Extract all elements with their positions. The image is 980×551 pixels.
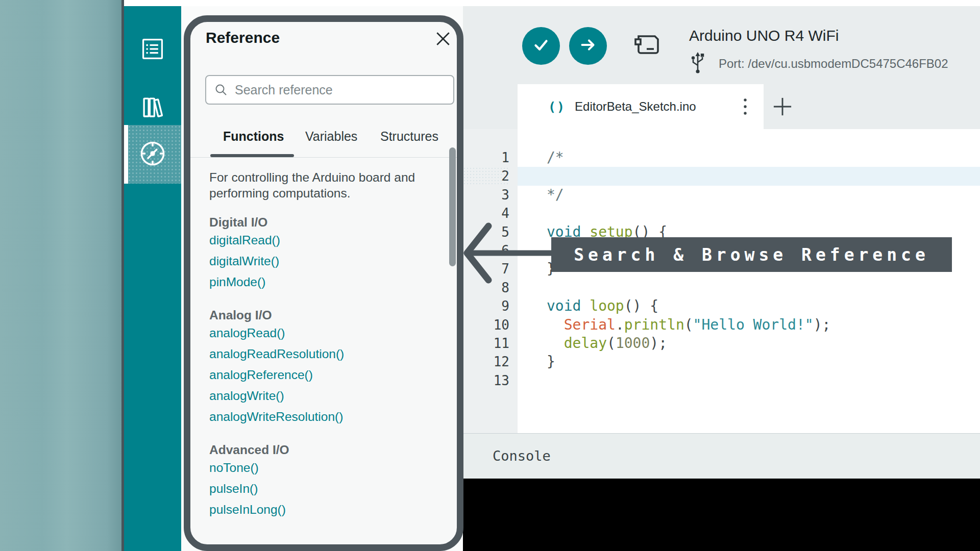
window-top-strip xyxy=(124,0,980,6)
code-line: } xyxy=(547,260,830,278)
reference-list: For controlling the Arduino board and pe… xyxy=(209,158,434,520)
reference-section-title: Analog I/O xyxy=(209,308,434,322)
line-number: 11 xyxy=(463,334,509,353)
port-row: Port: /dev/cu.usbmodemDC5475C46FB02 xyxy=(690,51,948,77)
reference-description: For controlling the Arduino board and pe… xyxy=(209,169,434,201)
reference-section-title: Advanced I/O xyxy=(209,443,434,457)
sidebar xyxy=(124,6,181,551)
code-line: /* xyxy=(547,148,830,167)
reference-function-link[interactable]: pulseInLong() xyxy=(209,499,434,520)
tab-structures[interactable]: Structures xyxy=(380,129,438,144)
reference-function-link[interactable]: digitalRead() xyxy=(209,230,434,251)
reference-panel-title: Reference xyxy=(206,29,280,46)
reference-function-link[interactable]: analogWrite() xyxy=(209,385,434,406)
line-number: 7 xyxy=(463,260,509,278)
line-number: 5 xyxy=(463,223,509,241)
reference-function-link[interactable]: analogReadResolution() xyxy=(209,343,434,364)
reference-section-title: Digital I/O xyxy=(209,215,434,230)
arduino-cloud-editor: Arduino UNO R4 WiFi Port: /dev/cu.usbmod… xyxy=(0,0,980,551)
sidebar-item-reference[interactable] xyxy=(124,125,181,184)
code-line xyxy=(547,371,830,390)
code-line: Serial.begin(9600); xyxy=(547,241,830,260)
line-number: 10 xyxy=(463,316,509,334)
reference-function-link[interactable]: digitalWrite() xyxy=(209,251,434,271)
reference-search-box[interactable] xyxy=(205,75,454,105)
code-line xyxy=(547,279,830,297)
line-number: 9 xyxy=(463,297,509,315)
search-input[interactable] xyxy=(235,83,453,97)
code-glyph-icon: () xyxy=(548,99,566,114)
usb-icon xyxy=(690,51,706,77)
code-line xyxy=(547,204,830,222)
console-output[interactable] xyxy=(463,479,980,551)
editor-toolbar: Arduino UNO R4 WiFi Port: /dev/cu.usbmod… xyxy=(463,6,980,84)
upload-button[interactable] xyxy=(569,27,607,65)
reference-scrollbar-thumb[interactable] xyxy=(449,147,456,266)
board-icon xyxy=(634,34,662,59)
sketch-tab[interactable]: () EditorBeta_Sketch.ino xyxy=(518,84,764,129)
line-number: 4 xyxy=(463,204,509,222)
reference-tabs: Functions Variables Structures xyxy=(190,122,457,158)
line-number: 12 xyxy=(463,353,509,371)
sketch-list-icon xyxy=(139,36,166,64)
port-label: Port: /dev/cu.usbmodemDC5475C46FB02 xyxy=(719,57,948,71)
code-line: } xyxy=(547,353,830,371)
code-line: void setup() { xyxy=(547,223,830,241)
code-line: void loop() { xyxy=(547,297,830,315)
reference-function-link[interactable]: noTone() xyxy=(209,457,434,478)
line-number: 3 xyxy=(463,186,509,204)
desktop-background-strip xyxy=(0,0,121,551)
sidebar-item-sketchbook[interactable] xyxy=(124,23,181,77)
code-line: delay(1000); xyxy=(547,334,830,353)
reference-function-link[interactable]: analogWriteResolution() xyxy=(209,406,434,427)
line-number: 6 xyxy=(463,241,509,260)
search-icon xyxy=(214,83,228,96)
arrow-right-icon xyxy=(576,33,600,59)
code-editor[interactable]: 12345678910111213 /* */ void setup() { S… xyxy=(463,129,980,433)
editor-pane: Arduino UNO R4 WiFi Port: /dev/cu.usbmod… xyxy=(463,6,980,551)
tab-functions[interactable]: Functions xyxy=(223,129,284,144)
verify-button[interactable] xyxy=(522,27,560,65)
check-icon xyxy=(529,33,553,59)
library-books-icon xyxy=(139,93,166,123)
board-name[interactable]: Arduino UNO R4 WiFi xyxy=(689,27,839,44)
reference-function-link[interactable]: analogReference() xyxy=(209,364,434,385)
line-number: 13 xyxy=(463,371,509,390)
code-line xyxy=(547,167,830,185)
code-lines: /* */ void setup() { Serial.begin(9600);… xyxy=(547,148,830,390)
reference-function-link[interactable]: pulseIn() xyxy=(209,478,434,499)
tab-menu-kebab-icon[interactable] xyxy=(741,96,749,117)
reference-function-link[interactable]: analogRead() xyxy=(209,322,434,343)
tab-variables[interactable]: Variables xyxy=(305,129,357,144)
code-line: */ xyxy=(547,186,830,204)
line-number: 8 xyxy=(463,279,509,297)
active-tab-underline xyxy=(210,154,294,157)
code-line: Serial.println("Hello World!"); xyxy=(547,316,830,334)
line-number-gutter: 12345678910111213 xyxy=(463,129,518,433)
add-tab-button[interactable] xyxy=(771,95,794,118)
reference-function-link[interactable]: pinMode() xyxy=(209,271,434,292)
close-icon[interactable] xyxy=(434,30,452,47)
reference-compass-icon xyxy=(138,139,167,170)
line-number: 1 xyxy=(463,148,509,167)
tab-strip: () EditorBeta_Sketch.ino xyxy=(463,84,980,129)
sketch-tab-name: EditorBeta_Sketch.ino xyxy=(575,99,696,114)
console-label: Console xyxy=(493,448,551,464)
reference-panel: Reference Functions Variables Structures xyxy=(184,15,463,551)
line-number: 2 xyxy=(463,167,509,185)
console-header[interactable]: Console xyxy=(463,433,980,479)
